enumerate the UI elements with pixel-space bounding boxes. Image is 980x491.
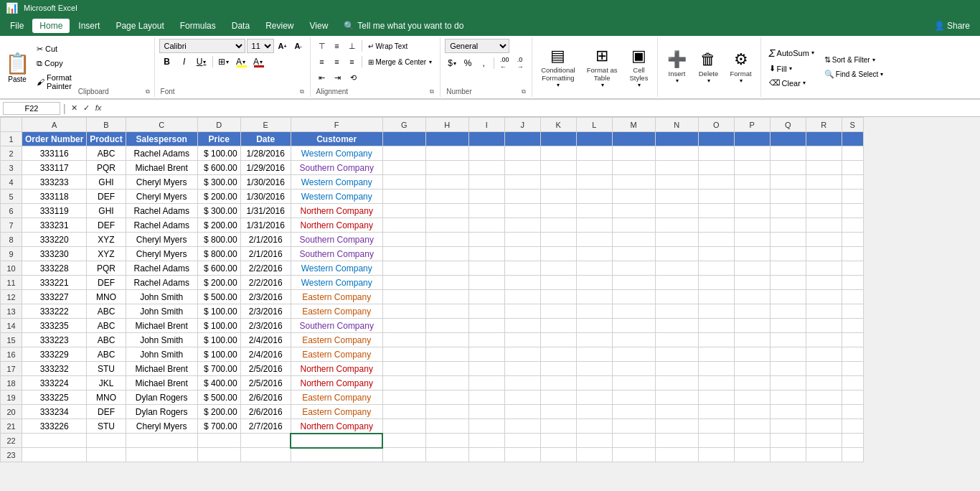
cell-empty-20-1[interactable]: [425, 405, 468, 419]
cell-empty-8-11[interactable]: [806, 233, 842, 247]
cell-empty-4-4[interactable]: [540, 175, 576, 190]
cell-D20[interactable]: $ 200.00: [197, 405, 240, 419]
row-header-20[interactable]: 20: [1, 405, 22, 419]
menu-review[interactable]: Review: [258, 19, 301, 33]
col-header-C[interactable]: C: [126, 118, 197, 132]
cell-empty-2-12[interactable]: [842, 146, 863, 161]
cell-empty-12-11[interactable]: [806, 290, 842, 304]
comma-button[interactable]: ,: [476, 56, 491, 70]
cell-empty-2-9[interactable]: [734, 146, 770, 161]
cell-empty-3-3[interactable]: [504, 161, 540, 175]
insert-button[interactable]: ➕ Insert ▾: [662, 48, 691, 86]
fill-color-button[interactable]: A ▾: [233, 55, 249, 69]
cell-empty-22-18[interactable]: [842, 434, 863, 448]
cell-F17[interactable]: Northern Company: [291, 362, 382, 376]
decrease-indent-button[interactable]: ⇤: [315, 70, 329, 85]
cell-A14[interactable]: 333235: [22, 319, 87, 333]
cell-empty-13-10[interactable]: [770, 304, 806, 319]
cell-empty-6-2[interactable]: [468, 204, 504, 218]
cell-E2[interactable]: 1/28/2016: [240, 146, 291, 161]
cell-A12[interactable]: 333227: [22, 290, 87, 304]
col-header-A[interactable]: A: [22, 118, 87, 132]
cell-C18[interactable]: Michael Brent: [126, 376, 197, 391]
cell-empty-9-1[interactable]: [425, 247, 468, 261]
cell-E15[interactable]: 2/4/2016: [240, 333, 291, 347]
col-header-H[interactable]: H: [425, 118, 468, 132]
cell-empty-16-4[interactable]: [540, 347, 576, 362]
cell-empty-14-5[interactable]: [576, 319, 612, 333]
cell-D12[interactable]: $ 500.00: [197, 290, 240, 304]
cell-empty-15-5[interactable]: [576, 333, 612, 347]
cell-O1[interactable]: [698, 132, 734, 146]
col-header-D[interactable]: D: [197, 118, 240, 132]
cell-B13[interactable]: ABC: [87, 304, 126, 319]
font-color-button[interactable]: A ▾: [250, 55, 266, 69]
cell-empty-16-12[interactable]: [842, 347, 863, 362]
cell-empty-20-9[interactable]: [734, 405, 770, 419]
cell-C4[interactable]: Cheryl Myers: [126, 175, 197, 190]
cell-D13[interactable]: $ 100.00: [197, 304, 240, 319]
cell-empty-23-11[interactable]: [576, 448, 612, 462]
cell-empty-22-16[interactable]: [770, 434, 806, 448]
row-header-3[interactable]: 3: [1, 161, 22, 175]
cell-E9[interactable]: 2/1/2016: [240, 247, 291, 261]
row-header-8[interactable]: 8: [1, 233, 22, 247]
cell-empty-20-7[interactable]: [655, 405, 698, 419]
cell-empty-21-11[interactable]: [806, 419, 842, 434]
cell-F21[interactable]: Northern Company: [291, 419, 382, 434]
cell-C21[interactable]: Cheryl Myers: [126, 419, 197, 434]
cell-F18[interactable]: Northern Company: [291, 376, 382, 391]
cell-empty-14-3[interactable]: [504, 319, 540, 333]
cell-empty-3-6[interactable]: [612, 161, 655, 175]
cell-empty-16-7[interactable]: [655, 347, 698, 362]
cell-empty-8-5[interactable]: [576, 233, 612, 247]
cell-empty-17-2[interactable]: [468, 362, 504, 376]
cell-empty-11-7[interactable]: [655, 276, 698, 290]
cell-empty-3-2[interactable]: [468, 161, 504, 175]
cell-empty-8-12[interactable]: [842, 233, 863, 247]
cell-empty-12-10[interactable]: [770, 290, 806, 304]
cell-E3[interactable]: 1/29/2016: [240, 161, 291, 175]
cell-empty-15-6[interactable]: [612, 333, 655, 347]
paste-button[interactable]: 📋 Paste: [3, 39, 32, 95]
cell-D5[interactable]: $ 200.00: [197, 190, 240, 204]
cell-empty-5-10[interactable]: [770, 190, 806, 204]
cell-empty-5-2[interactable]: [468, 190, 504, 204]
cell-empty-13-0[interactable]: [382, 304, 425, 319]
cell-empty-7-11[interactable]: [806, 218, 842, 233]
cell-empty-18-0[interactable]: [382, 376, 425, 391]
cell-empty-18-2[interactable]: [468, 376, 504, 391]
cell-G1[interactable]: [382, 132, 425, 146]
cell-K1[interactable]: [540, 132, 576, 146]
cell-empty-6-5[interactable]: [576, 204, 612, 218]
cell-empty-16-1[interactable]: [425, 347, 468, 362]
cell-empty-21-7[interactable]: [655, 419, 698, 434]
cell-empty-5-8[interactable]: [698, 190, 734, 204]
cell-empty-19-6[interactable]: [612, 391, 655, 405]
cell-empty-16-2[interactable]: [468, 347, 504, 362]
cell-C12[interactable]: John Smith: [126, 290, 197, 304]
cell-empty-7-5[interactable]: [576, 218, 612, 233]
confirm-formula-button[interactable]: ✓: [81, 103, 92, 113]
row-header-6[interactable]: 6: [1, 204, 22, 218]
cell-empty-21-6[interactable]: [612, 419, 655, 434]
cell-empty-8-4[interactable]: [540, 233, 576, 247]
cell-C8[interactable]: Cheryl Myers: [126, 233, 197, 247]
cell-D6[interactable]: $ 300.00: [197, 204, 240, 218]
cell-empty-9-10[interactable]: [770, 247, 806, 261]
cell-empty-10-12[interactable]: [842, 261, 863, 276]
format-button[interactable]: ⚙ Format ▾: [725, 48, 755, 86]
cell-empty-13-5[interactable]: [576, 304, 612, 319]
cell-C2[interactable]: Rachel Adams: [126, 146, 197, 161]
cell-L1[interactable]: [576, 132, 612, 146]
find-select-button[interactable]: 🔍 Find & Select ▾: [821, 67, 887, 81]
cell-N1[interactable]: [655, 132, 698, 146]
cell-empty-23-1[interactable]: [87, 448, 126, 462]
row-header-22[interactable]: 22: [1, 434, 22, 448]
cell-empty-8-10[interactable]: [770, 233, 806, 247]
increase-indent-button[interactable]: ⇥: [331, 70, 345, 85]
cell-empty-9-12[interactable]: [842, 247, 863, 261]
cell-empty-22-6[interactable]: [382, 434, 425, 448]
cell-empty-23-4[interactable]: [240, 448, 291, 462]
cell-B11[interactable]: DEF: [87, 276, 126, 290]
